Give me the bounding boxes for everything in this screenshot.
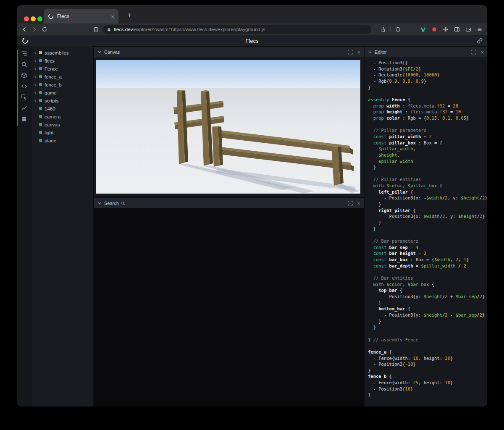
expand-arrow-icon[interactable]: › — [34, 50, 39, 55]
code-line: const bar_height = 2 — [368, 250, 487, 257]
code-line: } — [368, 226, 487, 232]
sidebar-panel-icon[interactable] — [453, 25, 461, 34]
page-title: Flecs — [17, 38, 487, 44]
code-line: - Rotation3{$PI/2} — [368, 66, 487, 72]
code-line: bottom_bar { — [368, 306, 487, 312]
memory-icon[interactable] — [21, 116, 28, 123]
code-line: - Position3{x: $width/2, y: $height/2} — [368, 213, 487, 220]
code-line — [368, 121, 487, 128]
url-text: flecs.dev/explorer/?wasm=https://www.fle… — [114, 27, 265, 32]
code-line: assembly Fence { — [368, 97, 487, 103]
tree-item-fence_a[interactable]: ›fence_a — [32, 73, 93, 81]
tree-item-assemblies[interactable]: ›assemblies — [32, 49, 93, 57]
expand-arrow-icon[interactable]: › — [34, 58, 39, 63]
reload-icon[interactable] — [40, 25, 49, 34]
entity-label: light — [45, 130, 53, 135]
code-line: $pillar_width, — [368, 146, 487, 152]
close-icon[interactable]: × — [357, 50, 360, 55]
entity-color-square — [39, 139, 42, 142]
tree-item-fence_b[interactable]: ›fence_b — [32, 81, 93, 89]
expand-icon[interactable] — [348, 201, 353, 206]
code-line: } — [368, 300, 487, 306]
expand-arrow-icon[interactable]: › — [34, 90, 39, 95]
tree-item-camera[interactable]: ›camera — [32, 113, 93, 121]
expand-icon[interactable] — [348, 50, 353, 55]
browser-toolbar: flecs.dev/explorer/?wasm=https://www.fle… — [17, 24, 487, 35]
search-panel-title: Search — [104, 201, 119, 206]
code-line: } — [368, 367, 487, 374]
forward-icon — [30, 25, 39, 34]
code-line: } — [368, 84, 487, 91]
search-icon[interactable] — [21, 61, 28, 68]
canvas-viewport[interactable] — [96, 60, 360, 194]
code-line: const bar_sep = 4 — [368, 244, 487, 251]
bookmark-icon[interactable] — [92, 25, 100, 34]
chevron-down-icon[interactable] — [97, 50, 102, 54]
extensions-puzzle-icon[interactable] — [441, 25, 450, 34]
tree-item-canvas[interactable]: ›canvas — [32, 121, 93, 128]
code-line: with $color, $pillar_box { — [368, 183, 487, 189]
entity-color-square — [39, 107, 42, 110]
entity-label: plane — [45, 138, 56, 143]
tree-item-flecs[interactable]: ›flecs — [32, 57, 93, 65]
link-icon[interactable] — [476, 37, 483, 44]
code-line: // Bar entities — [368, 275, 487, 281]
back-icon[interactable] — [20, 25, 29, 34]
entity-tree-icon[interactable] — [21, 50, 28, 57]
editor-code[interactable]: - Position3{} - Rotation3{$PI/2} - Recta… — [368, 60, 487, 406]
chevron-down-icon[interactable] — [368, 50, 372, 54]
package-icon[interactable] — [21, 72, 28, 79]
expand-arrow-icon[interactable]: › — [34, 82, 39, 87]
browser-tab[interactable]: Flecs × — [44, 9, 118, 24]
tree-item-game[interactable]: ›game — [32, 89, 93, 97]
expand-arrow-icon[interactable]: › — [34, 98, 39, 103]
editor-panel-header[interactable]: Editor × — [365, 47, 487, 57]
tree-item-light[interactable]: ›light — [32, 128, 93, 136]
tree-item-plane[interactable]: ›plane — [32, 136, 93, 144]
expand-arrow-icon[interactable]: › — [34, 66, 39, 71]
tree-item-Fence[interactable]: ›Fence — [32, 65, 93, 73]
shield-icon[interactable] — [394, 25, 402, 34]
url-path: /explorer/?wasm=https://www.flecs.dev/ex… — [133, 27, 265, 32]
chart-icon[interactable] — [21, 105, 28, 112]
tree-item-scripts[interactable]: ›scripts — [32, 97, 93, 105]
extension-record-icon[interactable] — [430, 25, 438, 34]
expand-icon[interactable] — [471, 50, 476, 55]
canvas-panel-header[interactable]: Canvas × — [94, 47, 364, 57]
zoom-window-button[interactable] — [37, 16, 42, 21]
code-line: prop width : flecs.meta.f32 = 20 — [368, 103, 487, 109]
entity-label: Fence — [45, 66, 58, 71]
close-window-button[interactable] — [24, 16, 29, 21]
entity-label: game — [45, 90, 57, 95]
code-line: - Rectangle{10000, 10000} — [368, 72, 487, 78]
entity-color-square — [39, 83, 42, 86]
code-icon[interactable] — [21, 83, 28, 90]
chevron-down-icon[interactable] — [97, 201, 102, 205]
app-header: Flecs — [17, 35, 487, 46]
entity-label: fence_b — [45, 82, 62, 87]
entity-color-square — [39, 91, 42, 94]
editor-panel: Editor × - Position3{} - Rotation3{$PI/2… — [365, 47, 487, 406]
inspect-icon[interactable] — [21, 94, 28, 101]
new-tab-button[interactable]: + — [123, 9, 135, 21]
entity-color-square — [39, 99, 42, 102]
entity-color-square — [39, 75, 42, 78]
search-panel: Search × — [94, 198, 364, 406]
tab-close-icon[interactable]: × — [111, 13, 114, 20]
canvas-panel: Canvas × — [94, 47, 364, 197]
extension-v-icon[interactable] — [419, 25, 427, 34]
minimize-window-button[interactable] — [31, 16, 36, 21]
wallet-icon[interactable] — [464, 25, 472, 34]
close-icon[interactable]: × — [357, 201, 360, 206]
code-line — [368, 232, 487, 238]
share-icon[interactable] — [379, 25, 387, 34]
url-bar[interactable]: flecs.dev/explorer/?wasm=https://www.fle… — [102, 25, 371, 34]
expand-arrow-icon[interactable]: › — [34, 74, 39, 79]
menu-icon[interactable] — [475, 25, 484, 34]
entity-color-square — [39, 59, 42, 62]
url-domain: flecs.dev — [114, 27, 133, 32]
close-icon[interactable]: × — [480, 50, 484, 55]
entity-color-square — [39, 51, 42, 54]
search-panel-header[interactable]: Search × — [94, 198, 364, 208]
tree-item-1460[interactable]: ›1460 — [32, 105, 93, 113]
